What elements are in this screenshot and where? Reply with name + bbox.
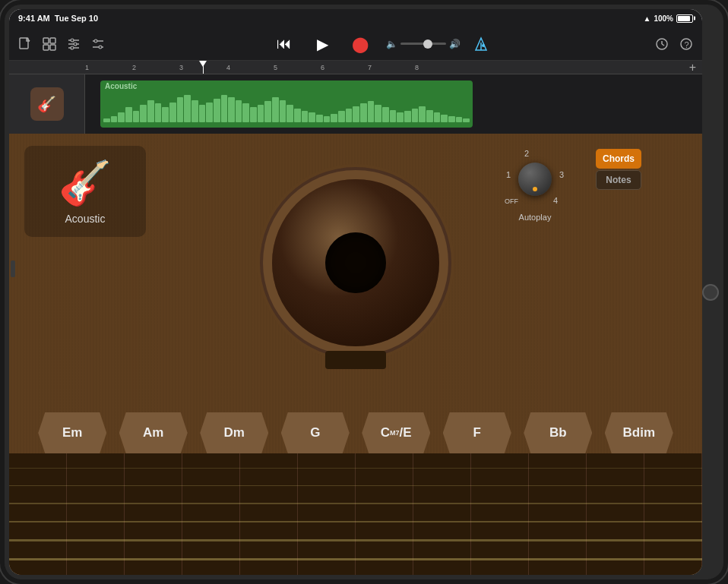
chord-cm7e-button[interactable]: CM7/E xyxy=(362,412,430,453)
waveform-bar xyxy=(441,115,448,122)
waveform-bar xyxy=(353,106,359,122)
svg-rect-2 xyxy=(50,38,55,43)
waveform-bar xyxy=(294,109,301,122)
waveform-bar xyxy=(434,112,441,122)
svg-point-9 xyxy=(74,43,77,46)
play-button[interactable]: ▶ xyxy=(310,32,334,56)
string-6 xyxy=(9,558,702,560)
slider-track xyxy=(400,43,446,45)
chord-f-button[interactable]: F xyxy=(443,412,511,453)
region-label: Acoustic xyxy=(100,80,473,92)
autoplay-num-1: 1 xyxy=(506,170,511,179)
tracks-view-icon[interactable] xyxy=(43,37,56,51)
waveform-bar xyxy=(199,105,206,122)
track-region[interactable]: Acoustic xyxy=(100,80,473,128)
chords-toggle-button[interactable]: Chords xyxy=(596,149,641,169)
instrument-area[interactable]: 🎸 Acoustic OFF 1 2 3 4 xyxy=(9,134,702,575)
waveform-bar xyxy=(426,110,433,122)
sound-hole-inner xyxy=(325,232,386,293)
autoplay-section[interactable]: OFF 1 2 3 4 Autoplay xyxy=(505,149,565,222)
svg-point-8 xyxy=(71,39,74,42)
rewind-button[interactable]: ⏮ xyxy=(272,32,296,56)
waveform-bar xyxy=(331,114,337,122)
svg-line-20 xyxy=(662,44,664,46)
waveform-bar xyxy=(228,97,235,122)
waveform-bar xyxy=(242,103,249,122)
chord-dm-button[interactable]: Dm xyxy=(200,412,268,453)
waveform-bar xyxy=(103,118,110,122)
clock-icon[interactable] xyxy=(655,37,669,51)
waveform-bar xyxy=(140,105,147,122)
screen: 9:41 AM Tue Sep 10 ▲ 100% xyxy=(9,9,702,575)
guitar-panel[interactable]: 🎸 Acoustic xyxy=(24,146,146,237)
timeline-ruler: 1 2 3 4 5 6 7 8 + xyxy=(9,61,702,74)
string-4 xyxy=(9,521,702,522)
autoplay-knob-area[interactable]: OFF 1 2 3 4 xyxy=(505,149,565,210)
ruler-mark-5: 5 xyxy=(274,64,277,71)
waveform-bar xyxy=(206,103,213,122)
wifi-icon: ▲ xyxy=(644,14,651,23)
home-button[interactable] xyxy=(702,284,719,301)
add-track-button[interactable]: + xyxy=(689,61,696,74)
time-display: 9:41 AM xyxy=(18,14,50,23)
string-1 xyxy=(9,468,702,469)
waveform-bar xyxy=(456,117,463,122)
metronome-icon[interactable] xyxy=(474,36,488,52)
waveform-bar xyxy=(324,116,331,122)
record-button[interactable]: ⬤ xyxy=(348,32,372,56)
new-document-icon[interactable] xyxy=(18,37,32,51)
status-left: 9:41 AM Tue Sep 10 xyxy=(18,14,98,23)
waveform-bar xyxy=(309,112,315,122)
autoplay-num-4: 4 xyxy=(553,196,558,205)
waveform-bar xyxy=(419,106,426,122)
autoplay-label: Autoplay xyxy=(519,213,552,222)
volume-slider[interactable]: 🔈 🔊 xyxy=(386,39,461,49)
waveform-bar xyxy=(286,105,293,122)
chord-bdim-button[interactable]: Bdim xyxy=(605,412,673,453)
guitar-strings xyxy=(9,453,702,575)
chord-am-button[interactable]: Am xyxy=(119,412,188,453)
ruler-mark-8: 8 xyxy=(415,64,419,71)
svg-rect-4 xyxy=(50,45,55,50)
waveform-bar xyxy=(463,118,470,122)
notes-toggle-button[interactable]: Notes xyxy=(596,170,641,190)
svg-point-10 xyxy=(71,46,74,49)
playhead-line xyxy=(203,61,204,74)
track-content[interactable]: Acoustic xyxy=(85,74,702,134)
mixer-icon[interactable] xyxy=(67,37,81,51)
side-button[interactable] xyxy=(11,260,15,277)
volume-low-icon: 🔈 xyxy=(386,39,397,49)
string-5 xyxy=(9,539,702,541)
status-bar: 9:41 AM Tue Sep 10 ▲ 100% xyxy=(9,9,702,27)
autoplay-knob[interactable] xyxy=(518,163,552,196)
svg-text:?: ? xyxy=(685,39,689,49)
waveform-bar xyxy=(272,97,279,122)
track-header: 🎸 xyxy=(9,74,85,134)
waveform-bar xyxy=(236,100,242,122)
toolbar-right: ? xyxy=(655,37,693,51)
waveform-bar xyxy=(360,103,367,122)
ruler-marks: 1 2 3 4 5 6 7 8 xyxy=(85,61,702,74)
bridge-piece xyxy=(325,351,386,369)
waveform-bar xyxy=(147,100,154,122)
settings-icon[interactable] xyxy=(91,37,105,51)
waveform-bar xyxy=(375,105,381,122)
svg-point-14 xyxy=(99,46,102,49)
ruler-mark-1: 1 xyxy=(85,64,89,71)
svg-point-13 xyxy=(94,39,97,43)
chord-g-button[interactable]: G xyxy=(281,412,350,453)
track-row: 🎸 Acoustic xyxy=(9,74,702,134)
chord-em-button[interactable]: Em xyxy=(38,412,106,453)
waveform-bar xyxy=(316,115,323,122)
fretboard[interactable] xyxy=(9,453,702,575)
autoplay-num-2: 2 xyxy=(524,149,529,158)
chords-row: Em Am Dm G CM7/E F Bb Bdim xyxy=(9,412,702,453)
help-icon[interactable]: ? xyxy=(679,37,693,51)
chord-bb-button[interactable]: Bb xyxy=(524,412,592,453)
waveform-bar xyxy=(221,95,228,122)
battery-pct: 100% xyxy=(654,14,673,23)
waveform-bar xyxy=(250,107,257,122)
autoplay-num-3: 3 xyxy=(559,170,564,179)
ruler-mark-2: 2 xyxy=(132,64,136,71)
svg-rect-1 xyxy=(43,38,49,43)
